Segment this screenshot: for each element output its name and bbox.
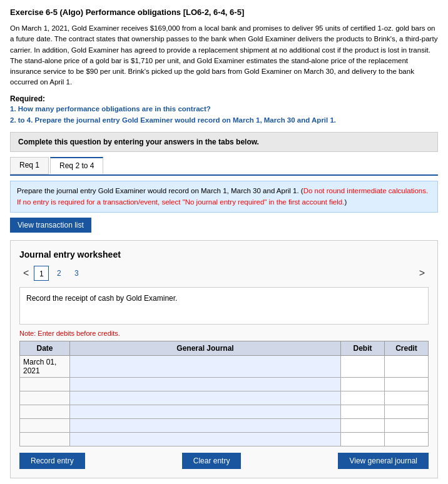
next-page-arrow[interactable]: >: [415, 266, 429, 280]
journal-cell-5[interactable]: [70, 432, 341, 446]
tab-req2to4[interactable]: Req 2 to 4: [50, 157, 103, 174]
journal-input-2[interactable]: [73, 393, 337, 402]
debit-input-5[interactable]: [344, 435, 381, 443]
credit-cell-0[interactable]: [385, 355, 429, 377]
date-cell-2: [20, 391, 70, 405]
debit-input-2[interactable]: [344, 393, 381, 402]
credit-cell-4[interactable]: [385, 418, 429, 432]
table-row: [20, 418, 429, 432]
date-cell-1: [20, 377, 70, 391]
note-text: Note: Enter debits before credits.: [19, 330, 429, 337]
debit-cell-0[interactable]: [341, 355, 385, 377]
journal-input-4[interactable]: [73, 421, 337, 430]
table-row: [20, 405, 429, 418]
debit-cell-5[interactable]: [341, 432, 385, 446]
table-row: [20, 391, 429, 405]
debit-cell-2[interactable]: [341, 391, 385, 405]
credit-cell-1[interactable]: [385, 377, 429, 391]
journal-cell-2[interactable]: [70, 391, 341, 405]
col-header-debit: Debit: [341, 341, 385, 355]
debit-input-0[interactable]: [344, 362, 381, 371]
date-cell-4: [20, 418, 70, 432]
required-label: Required:: [10, 94, 45, 103]
worksheet-title: Journal entry worksheet: [19, 250, 429, 260]
debit-input-3[interactable]: [344, 407, 381, 416]
page-2[interactable]: 2: [51, 266, 66, 281]
credit-cell-3[interactable]: [385, 405, 429, 418]
journal-cell-3[interactable]: [70, 405, 341, 418]
table-row: [20, 432, 429, 446]
info-normal: Prepare the journal entry Gold Examiner …: [17, 187, 303, 194]
page-1[interactable]: 1: [34, 266, 49, 281]
debit-input-4[interactable]: [344, 421, 381, 430]
journal-input-1[interactable]: [73, 380, 337, 388]
page-title: Exercise 6-5 (Algo) Performance obligati…: [10, 8, 438, 17]
problem-text: On March 1, 2021, Gold Examiner receives…: [10, 23, 438, 88]
page-3[interactable]: 3: [69, 266, 84, 281]
required-item2: 2. to 4. Prepare the journal entry Gold …: [10, 116, 336, 124]
record-description: Record the receipt of cash by Gold Exami…: [19, 287, 429, 325]
journal-input-0[interactable]: [73, 362, 337, 371]
table-row: [20, 377, 429, 391]
action-buttons: Record entry Clear entry View general jo…: [19, 453, 429, 469]
col-header-credit: Credit: [385, 341, 429, 355]
debit-input-1[interactable]: [344, 380, 381, 388]
table-row: March 01, 2021: [20, 355, 429, 377]
debit-cell-1[interactable]: [341, 377, 385, 391]
view-transaction-button[interactable]: View transaction list: [10, 218, 91, 233]
col-header-date: Date: [20, 341, 70, 355]
tab-req1[interactable]: Req 1: [10, 157, 49, 174]
required-item1: 1. How many performance obligations are …: [10, 105, 211, 113]
view-general-journal-button[interactable]: View general journal: [338, 453, 429, 469]
pagination-row: < 1 2 3 >: [19, 266, 429, 281]
credit-input-2[interactable]: [388, 393, 425, 402]
required-section: Required: 1. How many performance obliga…: [10, 94, 438, 126]
record-entry-button[interactable]: Record entry: [19, 453, 85, 469]
credit-input-3[interactable]: [388, 407, 425, 416]
credit-input-4[interactable]: [388, 421, 425, 430]
journal-table: Date General Journal Debit Credit March …: [19, 341, 429, 446]
col-header-journal: General Journal: [70, 341, 341, 355]
debit-cell-3[interactable]: [341, 405, 385, 418]
journal-cell-0[interactable]: [70, 355, 341, 377]
credit-cell-2[interactable]: [385, 391, 429, 405]
debit-cell-4[interactable]: [341, 418, 385, 432]
credit-cell-5[interactable]: [385, 432, 429, 446]
credit-input-5[interactable]: [388, 435, 425, 443]
info-close: ): [344, 198, 347, 206]
credit-input-1[interactable]: [388, 380, 425, 388]
date-cell-0: March 01, 2021: [20, 355, 70, 377]
journal-worksheet: Journal entry worksheet < 1 2 3 > Record…: [10, 240, 438, 478]
date-cell-3: [20, 405, 70, 418]
complete-box: Complete this question by entering your …: [10, 132, 438, 152]
tabs-row: Req 1 Req 2 to 4: [10, 157, 438, 176]
journal-cell-4[interactable]: [70, 418, 341, 432]
journal-cell-1[interactable]: [70, 377, 341, 391]
info-banner: Prepare the journal entry Gold Examiner …: [10, 181, 438, 213]
journal-input-3[interactable]: [73, 407, 337, 416]
date-cell-5: [20, 432, 70, 446]
prev-page-arrow[interactable]: <: [19, 266, 33, 280]
credit-input-0[interactable]: [388, 362, 425, 371]
journal-input-5[interactable]: [73, 435, 337, 443]
clear-entry-button[interactable]: Clear entry: [182, 453, 242, 469]
